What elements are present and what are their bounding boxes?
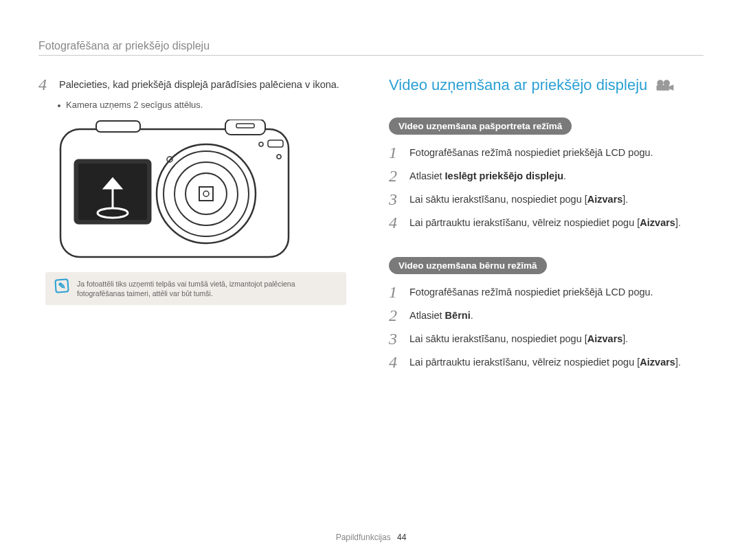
step-number: 3 (389, 331, 403, 347)
section-title-text: Video uzņemšana ar priekšējo displeju (389, 76, 647, 94)
movie-camera-icon (655, 79, 675, 91)
step-text: Atlasiet Bērni. (409, 307, 473, 323)
step-text: Lai pārtrauktu ierakstīšanu, vēlreiz nos… (409, 354, 681, 370)
step-4: 4 Palecieties, kad priekšējā displejā pa… (38, 76, 353, 93)
footer-page-number: 44 (397, 533, 406, 542)
step-number: 1 (389, 284, 403, 300)
left-column: 4 Palecieties, kad priekšējā displejā pa… (38, 76, 353, 377)
footer-label: Papildfunkcijas (336, 533, 391, 542)
bullet-text: Kamera uzņems 2 secīgus attēlus. (66, 100, 203, 110)
step-number: 4 (389, 214, 403, 231)
camera-illustration (58, 120, 291, 260)
s1-step-3: 3 Lai sāktu ierakstīšanu, nospiediet pog… (389, 191, 704, 208)
s2-step-2: 2 Atlasiet Bērni. (389, 307, 704, 324)
step-text: Lai sāktu ierakstīšanu, nospiediet pogu … (409, 191, 628, 207)
s2-step-4: 4 Lai pārtrauktu ierakstīšanu, vēlreiz n… (389, 354, 704, 370)
pill-children-mode: Video uzņemšana bērnu režīmā (389, 257, 547, 274)
right-column: Video uzņemšana ar priekšējo displeju Vi… (389, 76, 704, 377)
info-icon: ✎ (54, 278, 69, 293)
note-text: Ja fotoattēli tiks uzņemti telpās vai tu… (77, 279, 337, 298)
pill-selfie-mode: Video uzņemšana pašportreta režīmā (389, 117, 572, 135)
svg-rect-1 (96, 121, 140, 132)
s2-step-1: 1 Fotografēšanas režīmā nospiediet priek… (389, 284, 704, 300)
step-number: 2 (389, 168, 403, 184)
step-text: Lai sāktu ierakstīšanu, nospiediet pogu … (409, 331, 628, 346)
step-number: 3 (389, 191, 403, 208)
note-box: ✎ Ja fotoattēli tiks uzņemti telpās vai … (45, 272, 346, 305)
footer: Papildfunkcijas 44 (0, 533, 742, 542)
bullet-note: Kamera uzņems 2 secīgus attēlus. (58, 100, 353, 110)
section-title: Video uzņemšana ar priekšējo displeju (389, 76, 704, 94)
svg-point-13 (186, 173, 227, 214)
svg-rect-3 (236, 124, 254, 128)
page-header: Fotografēšana ar priekšējo displeju (38, 40, 704, 56)
step-number: 2 (389, 307, 403, 324)
s1-step-1: 1 Fotografēšanas režīmā nospiediet priek… (389, 144, 704, 161)
step-text: Fotografēšanas režīmā nospiediet priekšē… (409, 284, 653, 300)
s1-step-2: 2 Atlasiet Ieslēgt priekšējo displeju. (389, 168, 704, 184)
s1-step-4: 4 Lai pārtrauktu ierakstīšanu, vēlreiz n… (389, 214, 704, 231)
s2-step-3: 3 Lai sāktu ierakstīšanu, nospiediet pog… (389, 331, 704, 347)
step-text: Fotografēšanas režīmā nospiediet priekšē… (409, 144, 653, 160)
step-text: Lai pārtrauktu ierakstīšanu, vēlreiz nos… (409, 214, 681, 230)
bullet-dot-icon (58, 104, 60, 107)
step-number: 4 (389, 354, 403, 370)
step-number: 4 (38, 76, 52, 93)
svg-rect-19 (657, 85, 670, 91)
step-text: Palecieties, kad priekšējā displejā parā… (59, 76, 339, 92)
step-text: Atlasiet Ieslēgt priekšējo displeju. (409, 168, 566, 183)
step-number: 1 (389, 144, 403, 161)
